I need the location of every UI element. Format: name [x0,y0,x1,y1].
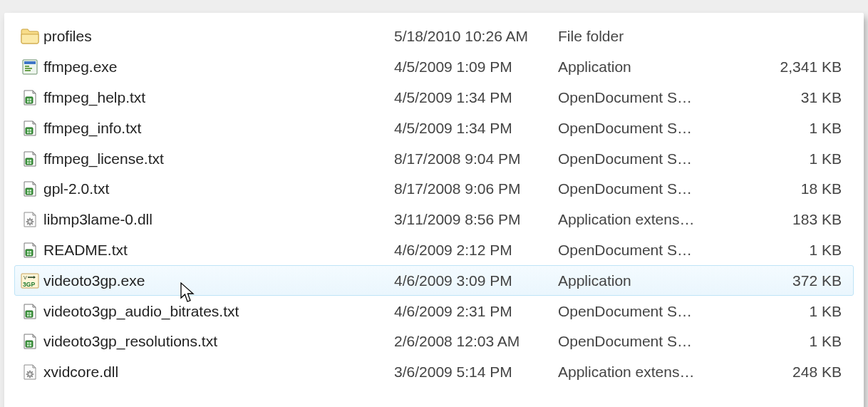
svg-line-61 [31,371,32,372]
file-type: OpenDocument S… [558,333,723,350]
file-row[interactable]: videoto3gp_audio_bitrates.txt4/6/2009 2:… [14,296,854,326]
file-size: 1 KB [723,242,853,259]
svg-line-29 [27,224,28,225]
svg-rect-44 [27,312,29,314]
file-date: 8/17/2008 9:04 PM [394,150,558,168]
file-list: profiles5/18/2010 10:26 AMFile folderffm… [14,21,854,388]
file-row[interactable]: gpl-2.0.txt8/17/2008 9:06 PMOpenDocument… [14,174,854,205]
svg-text:V: V [24,275,27,280]
svg-line-27 [31,224,32,225]
odt-icon [18,304,42,319]
file-name: README.txt [42,242,394,259]
svg-rect-35 [26,249,33,256]
file-name: ffmpeg_help.txt [42,89,394,106]
file-row[interactable]: profiles5/18/2010 10:26 AMFile folder [14,21,854,52]
file-size: 248 KB [723,364,853,381]
file-date: 3/11/2009 8:56 PM [394,211,558,228]
file-name: videoto3gp.exe [42,272,394,289]
odt-icon [18,181,42,197]
file-type: File folder [558,28,723,45]
svg-rect-49 [27,342,29,344]
file-size: 31 KB [723,89,853,106]
file-row[interactable]: ffmpeg_license.txt8/17/2008 9:04 PMOpenD… [14,143,854,174]
svg-rect-12 [30,129,32,131]
file-date: 4/6/2009 2:12 PM [394,242,558,259]
file-date: 2/6/2008 12:03 AM [394,333,558,350]
svg-rect-11 [27,129,29,131]
svg-rect-6 [27,98,29,101]
file-row[interactable]: libmp3lame-0.dll3/11/2009 8:56 PMApplica… [14,205,854,235]
svg-rect-19 [30,162,32,164]
file-row[interactable]: V3GPvideoto3gp.exe4/6/2009 3:09 PMApplic… [14,265,854,296]
file-row[interactable]: ffmpeg_info.txt4/5/2009 1:34 PMOpenDocum… [14,113,854,143]
svg-rect-50 [30,342,32,344]
odt-icon [18,90,42,105]
svg-point-34 [29,221,31,222]
svg-point-62 [29,373,31,375]
file-row[interactable]: videoto3gp_resolutions.txt2/6/2008 12:03… [14,326,854,357]
svg-rect-4 [25,70,31,71]
svg-rect-21 [27,190,29,192]
svg-rect-52 [30,345,32,347]
odt-icon [18,120,42,136]
svg-rect-16 [27,160,29,162]
3gp-icon: V3GP [18,273,42,289]
file-type: Application extens… [558,211,723,228]
file-date: 4/5/2009 1:34 PM [394,120,558,137]
file-date: 4/6/2009 3:09 PM [394,272,558,289]
file-date: 5/18/2010 10:26 AM [394,28,558,45]
svg-rect-15 [26,158,33,165]
file-row[interactable]: xvidcore.dll3/6/2009 5:14 PMApplication … [14,357,854,388]
file-name: libmp3lame-0.dll [42,211,394,228]
svg-rect-36 [27,251,29,253]
file-type: Application [558,272,723,289]
app-icon [18,59,42,75]
folder-icon [18,29,42,44]
svg-rect-8 [27,101,29,103]
svg-rect-51 [27,345,29,347]
file-size: 1 KB [723,303,853,320]
svg-rect-7 [30,98,32,101]
file-type: OpenDocument S… [558,120,723,137]
file-size: 2,341 KB [723,58,853,76]
svg-rect-5 [26,97,33,103]
svg-rect-14 [30,131,32,133]
svg-rect-10 [26,128,33,134]
file-date: 4/5/2009 1:34 PM [394,89,558,106]
file-list-pane[interactable]: profiles5/18/2010 10:26 AMFile folderffm… [4,13,864,407]
svg-rect-9 [30,101,32,103]
file-row[interactable]: ffmpeg_help.txt4/5/2009 1:34 PMOpenDocum… [14,83,854,113]
file-type: OpenDocument S… [558,242,723,259]
file-size: 18 KB [723,180,853,197]
svg-rect-46 [27,314,29,316]
file-type: Application [558,58,723,76]
svg-rect-48 [26,341,33,347]
file-date: 3/6/2009 5:14 PM [394,364,558,381]
file-type: OpenDocument S… [558,150,723,168]
file-size: 183 KB [723,211,853,228]
file-type: OpenDocument S… [558,180,723,197]
svg-rect-17 [30,160,32,162]
file-name: ffmpeg.exe [42,58,394,76]
svg-rect-22 [30,190,32,192]
svg-rect-38 [27,253,29,255]
file-row[interactable]: README.txt4/6/2009 2:12 PMOpenDocument S… [14,235,854,266]
svg-rect-3 [25,68,32,69]
file-size: 1 KB [723,120,853,137]
svg-rect-47 [30,314,32,316]
file-name: profiles [42,28,394,45]
file-size: 1 KB [723,333,853,350]
svg-rect-18 [27,162,29,164]
svg-rect-13 [27,131,29,133]
file-date: 4/5/2009 1:09 PM [394,58,558,76]
odt-icon [18,334,42,349]
svg-rect-39 [30,253,32,255]
svg-line-31 [27,219,28,220]
odt-icon [18,242,42,258]
svg-rect-43 [26,311,33,317]
svg-line-55 [31,376,32,376]
file-name: xvidcore.dll [42,364,394,381]
svg-line-59 [27,371,28,372]
file-row[interactable]: ffmpeg.exe4/5/2009 1:09 PMApplication2,3… [14,52,854,83]
svg-rect-20 [26,188,33,195]
